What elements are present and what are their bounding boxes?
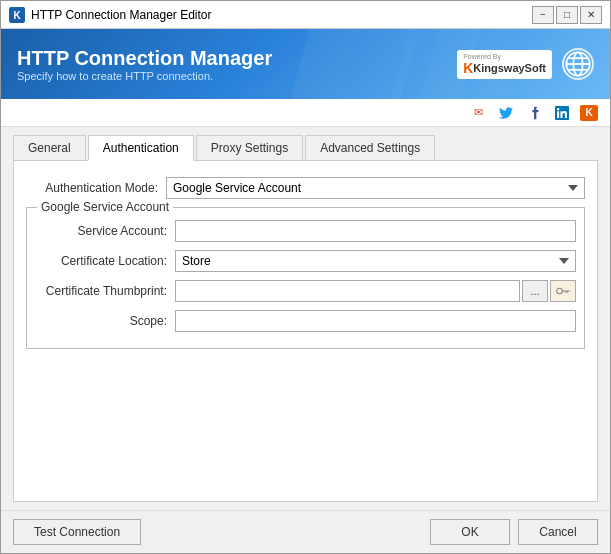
tab-authentication[interactable]: Authentication bbox=[88, 135, 194, 161]
close-button[interactable]: ✕ bbox=[580, 6, 602, 24]
content-area: General Authentication Proxy Settings Ad… bbox=[1, 127, 610, 510]
cert-location-dropdown[interactable]: Store File bbox=[175, 250, 576, 272]
scope-control bbox=[175, 310, 576, 332]
cert-location-label: Certificate Location: bbox=[35, 254, 175, 268]
cancel-button[interactable]: Cancel bbox=[518, 519, 598, 545]
brand-k: K bbox=[463, 60, 473, 76]
service-account-input[interactable] bbox=[175, 220, 576, 242]
header-subtitle: Specify how to create HTTP connection. bbox=[17, 70, 272, 82]
auth-mode-dropdown[interactable]: Google Service Account None Basic Window… bbox=[166, 177, 585, 199]
scope-input[interactable] bbox=[175, 310, 576, 332]
service-account-label: Service Account: bbox=[35, 224, 175, 238]
cert-thumbprint-row: Certificate Thumbprint: ... bbox=[35, 280, 576, 302]
bottom-right-buttons: OK Cancel bbox=[430, 519, 598, 545]
ok-button[interactable]: OK bbox=[430, 519, 510, 545]
service-account-control bbox=[175, 220, 576, 242]
key-button[interactable] bbox=[550, 280, 576, 302]
auth-mode-row: Authentication Mode: Google Service Acco… bbox=[26, 177, 585, 199]
cert-location-row: Certificate Location: Store File bbox=[35, 250, 576, 272]
tab-advanced-settings[interactable]: Advanced Settings bbox=[305, 135, 435, 161]
powered-by-text: Powered By bbox=[463, 53, 501, 60]
main-window: K HTTP Connection Manager Editor − □ ✕ H… bbox=[0, 0, 611, 554]
tab-panel-authentication: Authentication Mode: Google Service Acco… bbox=[13, 160, 598, 502]
tab-bar: General Authentication Proxy Settings Ad… bbox=[13, 135, 598, 161]
svg-point-11 bbox=[557, 288, 563, 294]
cert-thumbprint-input[interactable] bbox=[175, 280, 520, 302]
facebook-icon[interactable] bbox=[524, 105, 544, 121]
tab-general[interactable]: General bbox=[13, 135, 86, 161]
title-bar-controls: − □ ✕ bbox=[532, 6, 602, 24]
cert-location-control: Store File bbox=[175, 250, 576, 272]
svg-text:K: K bbox=[13, 10, 21, 21]
service-account-row: Service Account: bbox=[35, 220, 576, 242]
cert-thumbprint-control: ... bbox=[175, 280, 576, 302]
social-bar: ✉ K bbox=[1, 99, 610, 127]
scope-row: Scope: bbox=[35, 310, 576, 332]
auth-mode-label: Authentication Mode: bbox=[26, 181, 166, 195]
header-right: Powered By K KingswaySoft bbox=[457, 48, 594, 80]
cert-thumbprint-label: Certificate Thumbprint: bbox=[35, 284, 175, 298]
scope-label: Scope: bbox=[35, 314, 175, 328]
google-service-account-group: Google Service Account Service Account: … bbox=[26, 207, 585, 349]
group-box-legend: Google Service Account bbox=[37, 200, 173, 214]
app-icon: K bbox=[9, 7, 25, 23]
maximize-button[interactable]: □ bbox=[556, 6, 578, 24]
mail-icon[interactable]: ✉ bbox=[468, 105, 488, 121]
header-banner: HTTP Connection Manager Specify how to c… bbox=[1, 29, 610, 99]
bottom-bar: Test Connection OK Cancel bbox=[1, 510, 610, 553]
header-title: HTTP Connection Manager bbox=[17, 47, 272, 70]
ks-social-icon[interactable]: K bbox=[580, 105, 598, 121]
title-bar: K HTTP Connection Manager Editor − □ ✕ bbox=[1, 1, 610, 29]
auth-mode-control: Google Service Account None Basic Window… bbox=[166, 177, 585, 199]
title-bar-left: K HTTP Connection Manager Editor bbox=[9, 7, 212, 23]
minimize-button[interactable]: − bbox=[532, 6, 554, 24]
header-title-area: HTTP Connection Manager Specify how to c… bbox=[17, 47, 272, 82]
linkedin-icon[interactable] bbox=[552, 105, 572, 121]
thumbprint-row: ... bbox=[175, 280, 576, 302]
brand-name: KingswaySoft bbox=[473, 62, 546, 74]
title-bar-text: HTTP Connection Manager Editor bbox=[31, 8, 212, 22]
ks-logo-box: Powered By K KingswaySoft bbox=[457, 50, 552, 79]
test-connection-button[interactable]: Test Connection bbox=[13, 519, 141, 545]
browse-button[interactable]: ... bbox=[522, 280, 548, 302]
tab-proxy-settings[interactable]: Proxy Settings bbox=[196, 135, 303, 161]
globe-icon[interactable] bbox=[562, 48, 594, 80]
twitter-icon[interactable] bbox=[496, 105, 516, 121]
